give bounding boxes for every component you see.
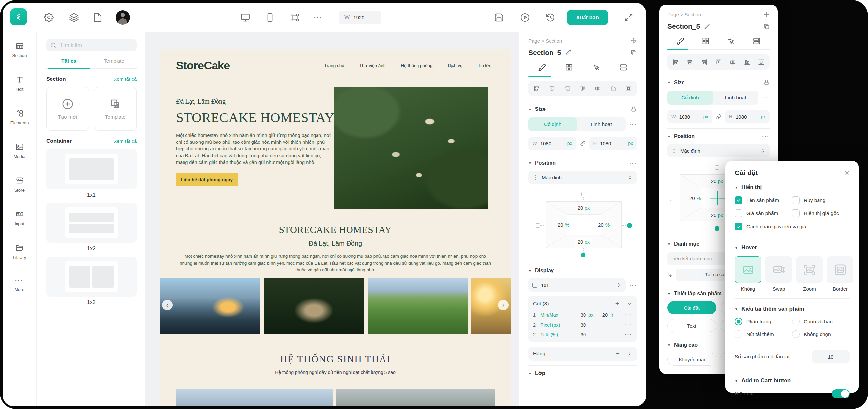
hero-cta-button[interactable]: Liên hệ đặt phòng ngay — [176, 173, 238, 186]
checkbox-unchecked[interactable] — [792, 209, 800, 217]
carousel-image-3[interactable] — [368, 278, 468, 334]
carousel-image-2[interactable] — [264, 278, 364, 334]
carousel-image-1[interactable] — [160, 278, 260, 334]
template-card[interactable]: Template — [94, 87, 137, 131]
checkbox-product-name[interactable]: Tên sản phẩm — [735, 196, 792, 204]
radio-selected[interactable] — [735, 318, 742, 325]
page-icon[interactable] — [90, 10, 105, 25]
hover-option-swap[interactable]: Swap — [765, 256, 792, 292]
tab-interactions-cursor[interactable] — [718, 37, 744, 45]
hero-image[interactable] — [334, 88, 488, 209]
sidebar-item-section[interactable]: Section — [12, 41, 27, 58]
sidebar-item-more[interactable]: ··· More — [14, 277, 25, 292]
container-1x2-rows-card[interactable] — [46, 203, 136, 243]
align-middle-v-icon[interactable] — [594, 85, 601, 92]
nav-item[interactable]: Hệ thống phòng — [401, 63, 432, 68]
anchor-top-checkbox[interactable] — [581, 192, 586, 196]
radio-unselected[interactable] — [792, 331, 800, 338]
publish-button[interactable]: Xuất bản — [567, 10, 608, 25]
mobile-preview-icon[interactable] — [263, 10, 277, 25]
size-fixed-option[interactable]: Cố định — [667, 91, 713, 105]
align-middle-v-icon[interactable] — [730, 59, 736, 66]
size-flexible-option[interactable]: Linh hoạt — [713, 91, 758, 105]
lock-icon[interactable] — [764, 79, 770, 86]
chevron-right-icon[interactable] — [626, 351, 632, 356]
anchor-left-checkbox[interactable] — [536, 223, 540, 228]
align-right-icon[interactable] — [701, 59, 708, 66]
add-row-icon[interactable]: + — [616, 350, 620, 357]
sidebar-item-media[interactable]: Media — [13, 142, 26, 159]
anchor-bottom-checkbox[interactable] — [715, 226, 719, 231]
fullscreen-icon[interactable] — [621, 10, 636, 25]
sidebar-item-input[interactable]: Input — [14, 210, 24, 226]
hero-section[interactable]: Đà Lạt, Lâm Đồng STORECAKE HOMESTAY Một … — [160, 81, 510, 214]
sidebar-item-text[interactable]: Text — [15, 75, 24, 92]
sidebar-item-library[interactable]: Library — [12, 243, 26, 260]
offset-left[interactable]: 20% — [689, 195, 701, 201]
radio-pagination[interactable]: Phân trang — [735, 318, 792, 325]
edit-pencil-icon[interactable] — [565, 49, 571, 56]
align-left-icon[interactable] — [672, 59, 679, 66]
sidebar-item-elements[interactable]: Elements — [10, 109, 29, 125]
align-bottom-icon[interactable] — [744, 59, 750, 66]
tab-style-brush[interactable] — [528, 63, 555, 71]
duplicate-icon[interactable] — [764, 24, 770, 30]
hover-option-zoom[interactable]: Zoom — [796, 256, 823, 292]
nav-item[interactable]: Dịch vụ — [447, 63, 462, 68]
offset-bottom[interactable]: 20px — [546, 239, 621, 245]
history-icon[interactable] — [543, 10, 557, 25]
size-flexible-option[interactable]: Linh hoạt — [577, 117, 625, 131]
move-icon[interactable] — [764, 11, 770, 18]
width-input[interactable] — [679, 114, 695, 120]
caret-icon[interactable]: ▼ — [735, 379, 738, 383]
column-row[interactable]: 2 Tỉ lệ (%) 30 ··· — [533, 332, 632, 337]
link-dimensions-icon[interactable] — [715, 114, 722, 120]
height-input[interactable] — [600, 141, 616, 146]
tab-all[interactable]: Tất cả — [46, 58, 91, 68]
more-options-icon[interactable]: ··· — [311, 10, 326, 25]
close-icon[interactable]: ✕ — [844, 169, 849, 177]
anchor-right-checkbox[interactable] — [627, 223, 632, 228]
tab-layout-grid[interactable] — [693, 37, 719, 45]
size-more-icon[interactable]: ··· — [763, 95, 770, 101]
align-right-icon[interactable] — [564, 85, 571, 92]
carousel-next-icon[interactable]: › — [498, 300, 508, 310]
save-icon[interactable] — [492, 10, 506, 25]
move-icon[interactable] — [630, 37, 637, 44]
caret-icon[interactable]: ▼ — [667, 292, 671, 296]
checkbox-checked[interactable] — [735, 196, 742, 204]
sidebar-item-store[interactable]: Store — [14, 176, 25, 193]
column-row-more-icon[interactable]: ··· — [625, 332, 633, 337]
column-row-more-icon[interactable]: ··· — [625, 312, 633, 318]
caret-icon[interactable]: ▼ — [667, 242, 671, 246]
layout-more-icon[interactable]: ··· — [630, 282, 637, 288]
caret-icon[interactable]: ▼ — [667, 135, 671, 138]
position-mode-dropdown[interactable]: Mặc định — [528, 171, 637, 184]
hover-option-none[interactable]: Không — [735, 256, 762, 292]
view-all-link[interactable]: Xem tất cả — [114, 139, 136, 144]
viewport-width-input[interactable] — [353, 15, 375, 21]
desktop-preview-icon[interactable] — [238, 10, 252, 25]
align-center-h-icon[interactable] — [549, 85, 555, 92]
distribute-v-icon[interactable] — [625, 85, 632, 92]
frame-select-icon[interactable] — [287, 10, 302, 25]
view-all-link[interactable]: Xem tất cả — [114, 76, 136, 82]
carousel-prev-icon[interactable]: ‹ — [162, 300, 173, 310]
offset-left[interactable]: 20% — [558, 222, 569, 228]
container-1x2-cols-card[interactable] — [46, 257, 136, 297]
column-row-more-icon[interactable]: ··· — [625, 322, 633, 328]
create-new-card[interactable]: Tạo mới — [46, 87, 89, 131]
radio-none[interactable]: Không chọn — [792, 331, 849, 338]
container-1x1-card[interactable] — [46, 149, 136, 189]
caret-icon[interactable]: ▼ — [528, 269, 532, 273]
rows-box[interactable]: Hàng + — [528, 347, 637, 361]
checkbox-product-price[interactable]: Giá sản phẩm — [735, 209, 792, 217]
caret-icon[interactable]: ▼ — [528, 372, 532, 375]
caret-icon[interactable]: ▼ — [735, 307, 738, 311]
anchor-left-checkbox[interactable] — [670, 197, 674, 201]
checkbox-underline-name-price[interactable]: Gạch chân giữa tên và giá — [735, 223, 849, 230]
position-mode-dropdown[interactable]: Mặc định — [667, 144, 770, 157]
chevron-down-icon[interactable] — [626, 301, 632, 307]
column-row[interactable]: 1 Min/Max 30 px 20 fr ··· — [533, 312, 632, 318]
distribute-v-icon[interactable] — [758, 59, 765, 66]
